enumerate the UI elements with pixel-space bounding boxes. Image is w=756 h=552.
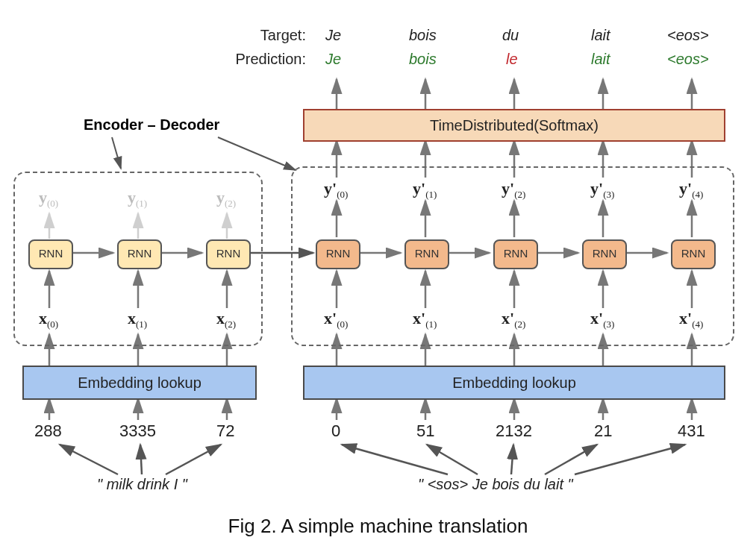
dec-x4: x'(4)	[679, 309, 703, 330]
target-word-3: lait	[591, 27, 610, 44]
target-word-4: <eos>	[667, 27, 709, 44]
decoder-rnn-0: RNN	[316, 239, 360, 269]
dec-id-4: 431	[678, 421, 705, 441]
prediction-word-2: le	[506, 51, 518, 68]
svg-line-1	[218, 137, 296, 170]
svg-line-21	[60, 445, 118, 474]
dec-x2: x'(2)	[502, 309, 525, 330]
dec-y0: y'(0)	[324, 179, 348, 201]
decoder-rnn-4: RNN	[671, 239, 716, 269]
prediction-word-3: lait	[591, 51, 610, 68]
svg-line-56	[511, 445, 513, 474]
decoder-rnn-1: RNN	[404, 239, 449, 269]
decoder-input-text: " <sos> Je bois du lait "	[418, 476, 573, 493]
svg-line-22	[140, 445, 142, 474]
dec-id-2: 2132	[496, 421, 532, 441]
prediction-word-4: <eos>	[667, 51, 709, 68]
decoder-rnn-3: RNN	[582, 239, 627, 269]
softmax-box: TimeDistributed(Softmax)	[303, 109, 725, 142]
encoder-rnn-0: RNN	[28, 239, 73, 269]
enc-x1: x(1)	[128, 309, 147, 330]
dec-id-1: 51	[416, 421, 434, 441]
target-word-1: bois	[409, 27, 437, 44]
svg-line-0	[112, 137, 121, 169]
encoder-rnn-1: RNN	[117, 239, 162, 269]
dec-x3: x'(3)	[590, 309, 614, 330]
svg-line-54	[342, 445, 448, 474]
prediction-word-0: Je	[325, 51, 341, 68]
diagram-canvas: Target: Prediction: Je bois du lait <eos…	[0, 0, 756, 552]
enc-id-0: 288	[34, 421, 62, 441]
enc-x0: x(0)	[39, 309, 58, 330]
encoder-rnn-2: RNN	[206, 239, 251, 269]
encoder-decoder-label: Encoder – Decoder	[84, 116, 219, 134]
dec-y1: y'(1)	[413, 179, 437, 201]
enc-id-2: 72	[216, 421, 234, 441]
decoder-rnn-2: RNN	[493, 239, 538, 269]
prediction-label: Prediction:	[225, 51, 306, 68]
svg-line-58	[575, 445, 685, 474]
dec-x0: x'(0)	[324, 309, 348, 330]
dec-y3: y'(3)	[590, 179, 614, 201]
target-word-0: Je	[325, 27, 341, 44]
target-word-2: du	[502, 27, 519, 44]
dec-id-3: 21	[594, 421, 612, 441]
dec-x1: x'(1)	[413, 309, 437, 330]
enc-id-1: 3335	[119, 421, 156, 441]
enc-y0: y(0)	[39, 188, 58, 210]
enc-y2: y(2)	[216, 188, 236, 210]
dec-id-0: 0	[331, 421, 340, 441]
dec-y2: y'(2)	[502, 179, 525, 201]
target-label: Target:	[246, 27, 306, 44]
figure-caption: Fig 2. A simple machine translation	[0, 515, 756, 538]
decoder-embedding-box: Embedding lookup	[303, 366, 725, 400]
svg-line-23	[166, 445, 221, 474]
enc-x2: x(2)	[216, 309, 236, 330]
encoder-input-text: " milk drink I "	[97, 476, 187, 493]
enc-y1: y(1)	[128, 188, 147, 210]
dec-y4: y'(4)	[679, 179, 703, 201]
encoder-embedding-box: Embedding lookup	[22, 366, 257, 400]
prediction-word-1: bois	[409, 51, 437, 68]
